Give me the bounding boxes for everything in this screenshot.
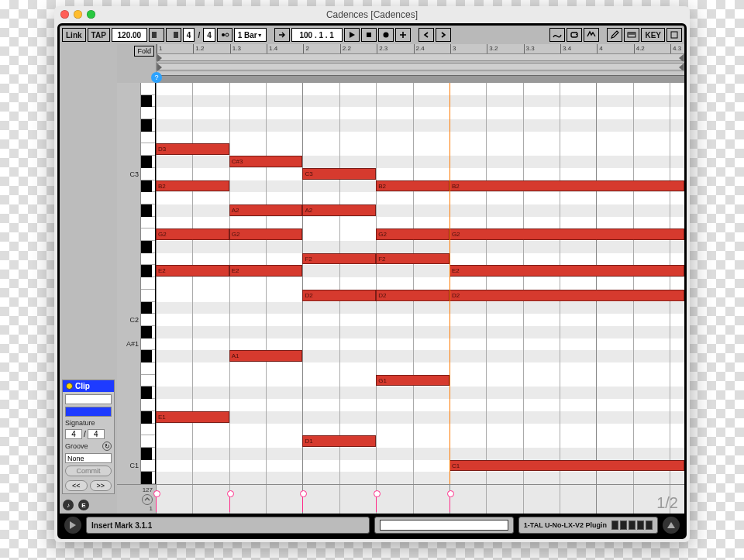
tap-button[interactable]: TAP	[88, 28, 110, 42]
ruler-tick: 1.4	[267, 44, 277, 53]
prev-clip-button[interactable]: <<	[65, 480, 88, 491]
midi-note[interactable]: C#3	[229, 156, 303, 167]
arrangement-position[interactable]: 100 . 1 . 1	[291, 28, 343, 42]
beat-ruler[interactable]: 11.21.31.422.22.32.433.23.33.444.24.3	[157, 44, 684, 53]
detail-toggle-icon[interactable]	[663, 517, 680, 534]
midi-note[interactable]: G2	[229, 228, 303, 240]
sig-divider: /	[196, 28, 202, 42]
midi-note[interactable]: F2	[302, 253, 376, 265]
clip-name-field[interactable]	[65, 394, 112, 404]
midi-note[interactable]: E2	[229, 265, 303, 277]
transport-toolbar: Link TAP 120.00 4 / 4 1 Bar▼ 100 . 1 . 1	[60, 26, 684, 44]
clip-activator-icon[interactable]	[66, 383, 73, 390]
velocity-marker[interactable]	[229, 493, 230, 512]
midi-note[interactable]: G1	[376, 375, 450, 387]
record-button[interactable]	[378, 28, 394, 42]
pencil-button[interactable]	[607, 28, 622, 42]
loop-button[interactable]	[567, 28, 582, 42]
midi-map-button[interactable]	[666, 28, 682, 42]
midi-note[interactable]: D3	[156, 143, 229, 155]
quantize-select[interactable]: 1 Bar▼	[234, 28, 267, 42]
clip-sig-num[interactable]: 4	[65, 429, 82, 439]
undo-button[interactable]	[418, 28, 434, 42]
fold-button[interactable]: Fold	[134, 46, 154, 57]
groove-select[interactable]: None	[65, 453, 112, 463]
stop-button[interactable]	[361, 28, 377, 42]
piano-keyboard[interactable]	[140, 83, 156, 484]
sig-numerator[interactable]: 4	[183, 28, 195, 42]
next-clip-button[interactable]: >>	[90, 480, 112, 491]
automation-mode-button[interactable]	[549, 28, 565, 42]
note-grid[interactable]: D3C#3C3B2B2B2A2A2G2G2G2G2F2F2E2E2E2D2D2D…	[156, 83, 684, 484]
draw-mode-button[interactable]	[584, 28, 599, 42]
commit-button[interactable]: Commit	[65, 466, 112, 476]
follow-button[interactable]	[274, 28, 290, 42]
waveform-overview[interactable]	[374, 517, 514, 534]
midi-note[interactable]: C1	[450, 460, 684, 472]
clip-color-field[interactable]	[65, 407, 112, 417]
midi-note[interactable]: B2	[450, 180, 684, 192]
midi-note[interactable]: B2	[376, 180, 450, 192]
ruler-tick: 4	[597, 44, 602, 53]
midi-note[interactable]: C3	[302, 168, 376, 180]
expand-velocity-icon[interactable]	[142, 494, 153, 505]
midi-note[interactable]: G2	[376, 228, 450, 240]
redo-button[interactable]	[436, 28, 451, 42]
notes-panel-icon[interactable]: ♪	[63, 500, 74, 510]
loop-brace-bottom[interactable]	[157, 63, 684, 70]
clip-sig-den[interactable]: 4	[88, 429, 105, 439]
nudge-up-button[interactable]	[166, 28, 181, 42]
overdub-button[interactable]	[395, 28, 411, 42]
midi-note[interactable]: D1	[302, 435, 376, 447]
ruler-tick: 3.3	[524, 44, 535, 53]
midi-note[interactable]: D2	[450, 290, 684, 301]
midi-note[interactable]: E2	[156, 265, 229, 277]
velocity-marker[interactable]	[302, 493, 303, 512]
midi-editor: Fold 11.21.31.422.22.32.433.23.33.444.24…	[117, 44, 684, 514]
key-midi-button[interactable]: KEY	[641, 28, 665, 42]
midi-note[interactable]: B2	[156, 180, 229, 192]
midi-note[interactable]: D2	[302, 290, 376, 301]
clip-box: Clip Signature 4 / 4 Groove ↻	[62, 380, 115, 494]
midi-note[interactable]: D2	[376, 290, 450, 301]
velocity-marker[interactable]	[450, 493, 450, 512]
ruler-tick: 2	[303, 44, 308, 53]
midi-note[interactable]: F2	[376, 253, 450, 265]
velocity-marker[interactable]	[376, 493, 377, 512]
nudge-down-button[interactable]	[149, 28, 164, 42]
horizontal-scrollbar[interactable]	[157, 75, 684, 83]
playhead[interactable]	[450, 83, 450, 484]
device-name: 1-TAL U-No-LX-V2 Plugin	[524, 521, 607, 529]
ruler-tick: 1.3	[230, 44, 241, 53]
device-slot[interactable]: 1-TAL U-No-LX-V2 Plugin	[518, 517, 658, 534]
minimize-icon[interactable]	[74, 10, 82, 19]
midi-note[interactable]: G2	[450, 228, 684, 240]
keylabel: C1	[129, 462, 139, 469]
preview-play-icon[interactable]	[64, 517, 81, 534]
metronome-button[interactable]	[217, 28, 232, 42]
midi-note[interactable]: E2	[450, 265, 684, 277]
keylabel: A#1	[126, 340, 139, 348]
play-button[interactable]	[344, 28, 360, 42]
velocity-marker[interactable]	[156, 493, 157, 512]
sig-denominator[interactable]: 4	[203, 28, 215, 42]
start-marker-icon[interactable]: ?	[151, 72, 162, 83]
insert-marker-field[interactable]: Insert Mark 3.1.1	[86, 517, 370, 534]
midi-note[interactable]: A2	[302, 204, 376, 216]
tempo-field[interactable]: 120.00	[112, 28, 147, 42]
velocity-lane[interactable]: 1/2	[156, 485, 684, 514]
ruler-tick: 3.4	[560, 44, 571, 53]
midi-note[interactable]: A2	[229, 204, 303, 216]
zoom-icon[interactable]	[87, 10, 95, 19]
keyboard-button[interactable]	[624, 28, 639, 42]
midi-note[interactable]: G2	[156, 228, 229, 240]
clip-header[interactable]: Clip	[63, 380, 114, 392]
link-button[interactable]: Link	[62, 28, 86, 42]
midi-note[interactable]: A1	[229, 350, 303, 362]
loop-brace-top[interactable]	[157, 53, 684, 61]
hot-swap-icon[interactable]: ↻	[102, 441, 112, 451]
envelope-panel-icon[interactable]: E	[78, 500, 89, 510]
close-icon[interactable]	[60, 10, 69, 19]
midi-note[interactable]: E1	[156, 411, 229, 423]
svg-rect-2	[367, 33, 371, 37]
